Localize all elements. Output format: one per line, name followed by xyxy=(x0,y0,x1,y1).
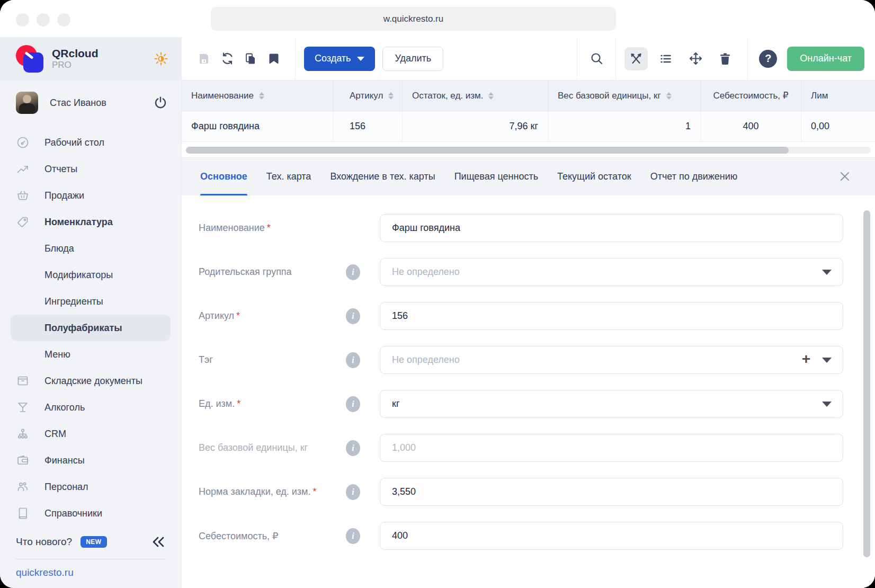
window-controls xyxy=(16,13,70,26)
sidebar-item-crm[interactable]: CRM xyxy=(0,421,181,447)
sidebar-item-finance[interactable]: Финансы xyxy=(0,447,181,474)
list-view-button[interactable] xyxy=(654,47,677,70)
info-icon[interactable]: i xyxy=(346,264,360,280)
sku-input[interactable] xyxy=(380,302,843,330)
sidebar-header: QRcloud PRO xyxy=(0,37,181,81)
tab-movement-report[interactable]: Отчет по движению xyxy=(650,158,738,196)
parent-group-select[interactable] xyxy=(380,258,843,286)
trend-icon xyxy=(16,162,30,176)
tab-nutrition[interactable]: Пищевая ценность xyxy=(454,158,538,196)
table-row[interactable]: Фарш говядина 156 7,96 кг 1 400 0,00 xyxy=(182,111,875,142)
trash-button[interactable] xyxy=(713,47,737,70)
bookmark-label-button[interactable] xyxy=(262,47,285,70)
divider xyxy=(615,37,616,81)
zoom-window-button[interactable] xyxy=(57,13,70,26)
chevron-down-icon[interactable] xyxy=(822,270,832,275)
unit-select[interactable] xyxy=(380,390,843,418)
cell-name: Фарш говядина xyxy=(182,111,334,141)
sidebar-item-staff[interactable]: Персонал xyxy=(0,474,181,500)
sidebar-item-dashboard[interactable]: Рабочий стол xyxy=(0,129,181,156)
info-icon[interactable]: i xyxy=(346,352,360,368)
sidebar-item-alcohol[interactable]: Алкоголь xyxy=(0,394,181,421)
site-link[interactable]: quickresto.ru xyxy=(16,567,74,578)
base-weight-input[interactable] xyxy=(380,434,843,462)
column-header-sku[interactable]: Артикул xyxy=(334,81,403,111)
form-row-cost: Себестоимость, ₽ i xyxy=(199,522,875,550)
online-chat-button[interactable]: Онлайн-чат xyxy=(787,47,864,71)
whats-new-link[interactable]: Что нового? xyxy=(16,536,72,548)
portion-norm-input[interactable] xyxy=(380,478,843,506)
martini-icon xyxy=(16,400,30,414)
save-button[interactable] xyxy=(192,47,216,70)
people-icon xyxy=(16,480,30,494)
cell-base-weight: 1 xyxy=(548,111,701,141)
form-row-tag: Тэг i + xyxy=(199,346,875,374)
sidebar-item-ingredients[interactable]: Ингредиенты xyxy=(0,288,181,315)
close-icon[interactable] xyxy=(837,168,853,184)
required-asterisk: * xyxy=(236,310,240,321)
sidebar-item-label: Ингредиенты xyxy=(44,296,103,307)
logout-power-icon[interactable] xyxy=(154,96,167,110)
cell-sku: 156 xyxy=(334,111,403,141)
column-header-limit[interactable]: Лим xyxy=(801,81,875,111)
column-header-name[interactable]: Наименование xyxy=(182,81,334,111)
name-input[interactable] xyxy=(380,214,843,242)
sidebar-item-menu[interactable]: Меню xyxy=(0,341,181,368)
sidebar-item-label: Полуфабрикаты xyxy=(44,323,122,334)
info-icon[interactable]: i xyxy=(346,484,360,500)
sidebar-item-label: Алкоголь xyxy=(44,402,85,413)
book-icon xyxy=(16,506,30,520)
tab-tech-card[interactable]: Тех. карта xyxy=(266,158,311,196)
info-icon[interactable]: i xyxy=(346,396,360,412)
sidebar-item-directories[interactable]: Справочники xyxy=(0,500,181,527)
tag-select[interactable] xyxy=(380,346,843,374)
info-icon[interactable]: i xyxy=(346,308,360,324)
info-icon[interactable]: i xyxy=(346,440,360,456)
sidebar-item-nomenclature[interactable]: Номенклатура xyxy=(0,209,181,235)
column-header-stock[interactable]: Остаток, ед. изм. xyxy=(403,81,548,111)
column-header-cost[interactable]: Себестоимость, ₽ xyxy=(701,81,801,111)
delete-button[interactable]: Удалить xyxy=(382,47,443,71)
horizontal-scrollbar-thumb[interactable] xyxy=(186,147,789,154)
browser-bar: w.quickresto.ru xyxy=(0,0,875,37)
close-window-button[interactable] xyxy=(16,13,29,26)
chevron-down-icon[interactable] xyxy=(822,402,832,407)
vertical-scrollbar-thumb[interactable] xyxy=(863,210,870,557)
tab-current-stock[interactable]: Текущий остаток xyxy=(557,158,631,196)
help-button[interactable]: ? xyxy=(756,47,780,70)
sidebar-item-sales[interactable]: Продажи xyxy=(0,182,181,209)
sidebar-footer: Что нового? NEW quickresto.ru xyxy=(0,531,181,588)
move-button[interactable] xyxy=(684,47,707,70)
sort-icon xyxy=(666,92,672,100)
tab-tech-card-usage[interactable]: Вхождение в тех. карты xyxy=(330,158,435,196)
brand-name: QRcloud xyxy=(52,47,99,60)
theme-sun-icon[interactable] xyxy=(154,51,168,66)
sidebar-item-reports[interactable]: Отчеты xyxy=(0,156,181,182)
sidebar-item-label: Рабочий стол xyxy=(44,137,104,148)
field-label: Тэг xyxy=(199,354,346,366)
copy-button[interactable] xyxy=(239,47,262,70)
sidebar-item-label: Складские документы xyxy=(44,376,142,387)
column-settings-button[interactable] xyxy=(624,47,648,70)
sidebar-item-semifinished[interactable]: Полуфабрикаты xyxy=(11,315,171,341)
sidebar-item-dishes[interactable]: Блюда xyxy=(0,235,181,262)
collapse-sidebar-icon[interactable] xyxy=(151,536,165,548)
tab-main[interactable]: Основное xyxy=(200,158,247,196)
minimize-window-button[interactable] xyxy=(37,13,50,26)
basket-icon xyxy=(16,189,30,202)
cost-input[interactable] xyxy=(380,522,843,550)
cell-stock: 7,96 кг xyxy=(403,111,548,141)
info-icon[interactable]: i xyxy=(346,528,360,544)
create-button[interactable]: Создать xyxy=(304,47,375,71)
chevron-down-icon[interactable] xyxy=(822,358,832,363)
refresh-button[interactable] xyxy=(216,47,239,70)
add-tag-icon[interactable]: + xyxy=(802,352,810,367)
sidebar-item-label: Блюда xyxy=(44,243,74,254)
address-bar[interactable]: w.quickresto.ru xyxy=(211,7,616,31)
search-button[interactable] xyxy=(585,47,608,70)
sidebar-item-warehouse-docs[interactable]: Складские документы xyxy=(0,368,181,394)
field-label: Родительская группа xyxy=(199,266,346,278)
column-header-base-weight[interactable]: Вес базовой единицы, кг xyxy=(548,81,701,111)
archive-icon xyxy=(16,374,30,388)
sidebar-item-modifiers[interactable]: Модификаторы xyxy=(0,262,181,288)
